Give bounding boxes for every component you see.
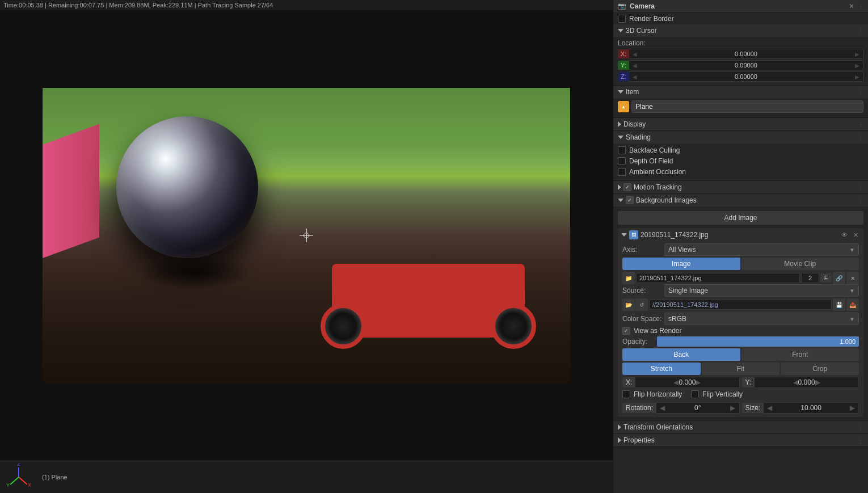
viewport-canvas[interactable] [0, 10, 613, 461]
path-text-input[interactable]: //20190511_174322.jpg [649, 300, 832, 310]
path-reload-icon[interactable]: ↺ [635, 298, 648, 311]
render-border-label: Render Border [629, 15, 674, 23]
bg-images-section-content: Add Image 🖼 20190511_174322.jpg 👁 ✕ Axis… [613, 207, 868, 420]
image-type-tabs: Image Movie Clip [622, 258, 859, 270]
path-save-icon[interactable]: 💾 [833, 298, 845, 311]
source-value: Single Image [668, 286, 708, 294]
image-item-remove-icon[interactable]: ✕ [851, 230, 860, 239]
item-section-options[interactable]: ⋮ [858, 89, 863, 95]
cursor-section-options[interactable]: ⋮ [858, 28, 863, 34]
cursor-y-left-arrow[interactable]: ◀ [633, 62, 637, 69]
backface-culling-checkbox[interactable] [618, 146, 626, 154]
path-open-icon[interactable]: 📤 [846, 298, 859, 311]
section-header-motion-tracking[interactable]: Motion Tracking ⋮ [613, 181, 868, 193]
cursor-y-input[interactable]: ◀ 0.00000 ▶ [629, 60, 863, 70]
location-row: Location: [618, 39, 863, 47]
color-space-row: Color Space: sRGB ▼ [622, 313, 859, 325]
tab-movie-clip[interactable]: Movie Clip [741, 258, 859, 270]
motion-tracking-options[interactable]: ⋮ [858, 184, 863, 191]
cursor-y-right-arrow[interactable]: ▶ [855, 62, 859, 69]
flip-h-checkbox[interactable] [622, 390, 630, 398]
panel-options-icon[interactable]: ⋮ [858, 3, 863, 10]
panel-close-icon[interactable]: ✕ [849, 2, 854, 10]
render-stats: Time:00:05.38 | Remaining:00:07.75 | Mem… [3, 2, 273, 9]
rotation-left-arrow[interactable]: ◀ [660, 404, 665, 412]
flip-v-checkbox[interactable] [691, 390, 699, 398]
size-right-arrow[interactable]: ▶ [850, 404, 855, 412]
section-header-shading[interactable]: Shading ⋮ [613, 131, 868, 144]
back-button[interactable]: Back [622, 348, 740, 361]
section-motion-tracking: Motion Tracking ⋮ [613, 181, 868, 194]
cursor-z-input[interactable]: ◀ 0.00000 ▶ [629, 71, 863, 82]
size-label: Size: [742, 403, 764, 413]
path-folder-icon[interactable]: 📂 [622, 298, 635, 311]
fit-button[interactable]: Fit [702, 363, 780, 375]
stretch-button[interactable]: Stretch [622, 363, 701, 375]
cursor-x-right-arrow[interactable]: ▶ [855, 51, 859, 57]
crop-button[interactable]: Crop [781, 363, 859, 375]
file-link-icon[interactable]: 🔗 [833, 272, 845, 284]
section-header-transform-orientations[interactable]: Transform Orientations ⋮ [613, 421, 868, 433]
file-name-input[interactable]: 20190511_174322.jpg [636, 273, 800, 283]
image-item-visibility-icon[interactable]: 👁 [840, 230, 849, 239]
opacity-label: Opacity: [622, 338, 654, 345]
section-header-item[interactable]: Item ⋮ [613, 86, 868, 98]
x-offset-right-arrow[interactable]: ▶ [696, 378, 701, 386]
ambient-occlusion-checkbox[interactable] [618, 168, 626, 176]
y-offset-left-arrow[interactable]: ◀ [793, 378, 798, 386]
ambient-occlusion-label: Ambient Occlusion [629, 168, 686, 176]
bg-images-options[interactable]: ⋮ [858, 197, 863, 204]
shading-section-content: Backface Culling Depth Of Field Ambient … [613, 144, 868, 180]
rotation-input[interactable]: ◀ 0° ▶ [656, 402, 739, 414]
file-browse-icon[interactable]: 📁 [622, 272, 635, 284]
depth-of-field-checkbox[interactable] [618, 157, 626, 165]
color-space-dropdown[interactable]: sRGB ▼ [664, 313, 859, 325]
tab-image[interactable]: Image [622, 258, 740, 270]
bg-images-checkbox[interactable] [626, 196, 634, 204]
y-axis-label: Y: [618, 61, 629, 70]
viewport[interactable]: Time:00:05.38 | Remaining:00:07.75 | Mem… [0, 0, 613, 493]
view-as-render-checkbox[interactable] [622, 327, 630, 335]
color-space-arrow: ▼ [849, 316, 855, 322]
item-object-name[interactable]: Plane [631, 100, 863, 113]
cursor-z-left-arrow[interactable]: ◀ [633, 74, 637, 80]
section-header-display[interactable]: Display ⋮ [613, 118, 868, 130]
x-offset-input[interactable]: ◀ 0.000 ▶ [635, 377, 739, 388]
rotation-right-arrow[interactable]: ▶ [730, 404, 735, 412]
y-offset-input[interactable]: ◀ 0.000 ▶ [755, 377, 859, 388]
path-action-buttons: 💾 📤 [833, 298, 859, 311]
image-item-expand-icon[interactable] [621, 233, 627, 237]
size-input[interactable]: ◀ 10.000 ▶ [764, 402, 859, 414]
axis-select-arrow: ▼ [849, 247, 855, 253]
add-image-button[interactable]: Add Image [618, 211, 863, 225]
properties-options[interactable]: ⋮ [858, 437, 863, 444]
front-button[interactable]: Front [741, 348, 859, 361]
camera-header: 📷 Camera ✕ ⋮ [613, 0, 868, 13]
motion-tracking-checkbox[interactable] [623, 183, 631, 191]
y-offset-right-arrow[interactable]: ▶ [815, 378, 820, 386]
x-offset-left-arrow[interactable]: ◀ [673, 378, 679, 386]
location-label: Location: [618, 39, 658, 47]
opacity-bar[interactable]: 1.000 [657, 336, 859, 347]
cursor-x-input[interactable]: ◀ 0.00000 ▶ [629, 49, 863, 59]
rotation-field: Rotation: ◀ 0° ▶ [622, 402, 740, 414]
properties-panel[interactable]: 📷 Camera ✕ ⋮ Render Border 3D Cursor ⋮ L… [613, 0, 868, 493]
file-extra-buttons: 🔗 ✕ [833, 272, 859, 284]
axis-select[interactable]: All Views ▼ [664, 243, 859, 256]
motion-tracking-section-title: Motion Tracking [634, 183, 856, 191]
cursor-x-left-arrow[interactable]: ◀ [633, 51, 637, 57]
transform-options[interactable]: ⋮ [858, 424, 863, 431]
display-section-options[interactable]: ⋮ [858, 121, 863, 128]
section-header-3d-cursor[interactable]: 3D Cursor ⋮ [613, 24, 868, 37]
file-unlink-icon[interactable]: ✕ [846, 272, 859, 284]
cursor-z-right-arrow[interactable]: ▶ [855, 74, 859, 80]
render-border-checkbox[interactable] [618, 15, 626, 23]
svg-text:Y: Y [6, 482, 10, 488]
section-header-properties[interactable]: Properties ⋮ [613, 434, 868, 446]
size-left-arrow[interactable]: ◀ [767, 404, 772, 412]
section-header-background-images[interactable]: Background Images ⋮ [613, 194, 868, 207]
shading-section-options[interactable]: ⋮ [858, 134, 863, 141]
frame-number-input[interactable]: 2 [801, 273, 819, 283]
toy-car [321, 201, 536, 360]
source-dropdown[interactable]: Single Image ▼ [664, 284, 859, 297]
